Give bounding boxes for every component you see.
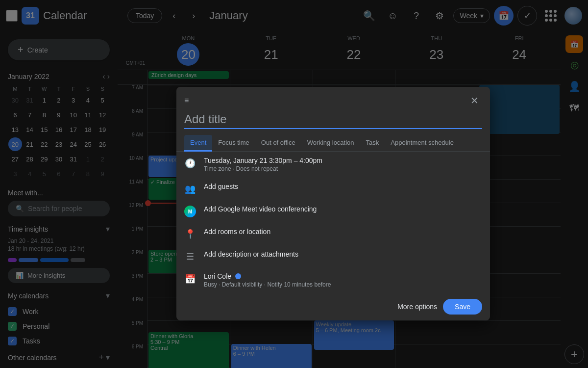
add-meet-link[interactable]: Add Google Meet video conferencing (204, 205, 317, 213)
save-button[interactable]: Save (443, 299, 482, 315)
add-location-link[interactable]: Add rooms or location (204, 228, 270, 236)
tab-focus-time[interactable]: Focus time (212, 135, 255, 152)
modal-guests-row: 👥 Add guests (176, 177, 490, 200)
cal-owner-name: Lori Cole (204, 272, 231, 280)
timezone-text: Time zone · Does not repeat (204, 165, 482, 172)
event-title-input[interactable] (184, 112, 482, 129)
modal-description-row: ☰ Add description or attachments (176, 245, 490, 267)
modal-tabs: Event Focus time Out of office Working l… (176, 135, 490, 152)
event-create-modal: ≡ ✕ Event Focus time Out of office Worki… (176, 87, 490, 320)
tab-out-of-office[interactable]: Out of office (255, 135, 301, 152)
drag-icon: ≡ (184, 96, 189, 105)
tab-appointment[interactable]: Appointment schedule (385, 135, 460, 152)
tab-event[interactable]: Event (184, 135, 212, 152)
clock-icon: 🕐 (184, 158, 196, 169)
cal-status: Busy · Default visibility · Notify 10 mi… (204, 281, 482, 288)
modal-datetime-row: 🕐 Tuesday, January 21 3:30pm – 4:00pm Ti… (176, 152, 490, 177)
cal-owner-row: Lori Cole (204, 272, 482, 280)
calendar-owner-icon: 📅 (184, 273, 196, 285)
modal-footer: More options Save (176, 293, 490, 320)
add-description-link[interactable]: Add description or attachments (204, 250, 298, 258)
guests-icon: 👥 (184, 183, 196, 195)
tab-working-location[interactable]: Working location (301, 135, 360, 152)
modal-calendar-row: 📅 Lori Cole Busy · Default visibility · … (176, 267, 490, 293)
modal-meet-row: M Add Google Meet video conferencing (176, 200, 490, 222)
modal-location-row: 📍 Add rooms or location (176, 222, 490, 245)
modal-topbar: ≡ ✕ (176, 87, 490, 112)
datetime-text[interactable]: Tuesday, January 21 3:30pm – 4:00pm (204, 157, 482, 164)
tab-task[interactable]: Task (360, 135, 385, 152)
modal-close-button[interactable]: ✕ (466, 93, 482, 108)
modal-overlay[interactable]: ≡ ✕ Event Focus time Out of office Worki… (0, 0, 588, 368)
add-guests-link[interactable]: Add guests (204, 183, 238, 190)
meet-icon: M (184, 206, 196, 217)
description-icon: ☰ (184, 251, 196, 263)
more-options-button[interactable]: More options (397, 303, 437, 311)
datetime-content: Tuesday, January 21 3:30pm – 4:00pm Time… (204, 157, 482, 172)
cal-color-dot (235, 273, 241, 279)
location-icon: 📍 (184, 228, 196, 240)
